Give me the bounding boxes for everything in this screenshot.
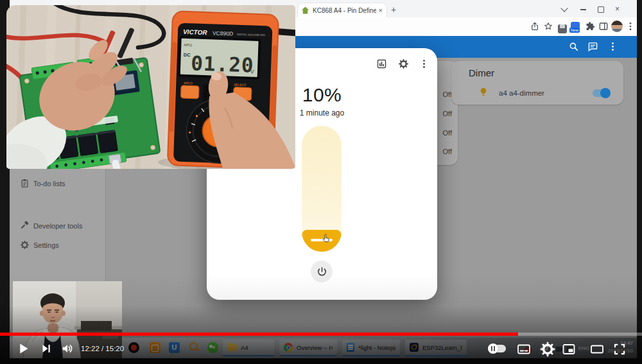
youtube-player[interactable]: KC868 A4 - Pin Define × + × New — [0, 0, 642, 364]
kebab-menu-icon — [607, 41, 618, 52]
clipboard-icon — [20, 178, 30, 188]
window-maximize-icon — [598, 5, 605, 13]
theater-button[interactable] — [589, 342, 605, 357]
time-display: 12:22 / 15:20 — [81, 345, 124, 352]
progress-bar[interactable] — [0, 333, 642, 336]
meter-button-select-label: SELECT — [234, 83, 247, 87]
dimer-card-title: Dimer — [469, 67, 494, 78]
fullscreen-button[interactable] — [611, 341, 628, 358]
new-tab-button: + — [391, 4, 396, 15]
side-panel-icon — [598, 21, 609, 31]
browser-tab: KC868 A4 - Pin Define × — [297, 3, 387, 17]
play-button[interactable] — [14, 340, 32, 358]
wechat-icon — [207, 342, 218, 353]
kebab-menu-icon — [419, 58, 429, 69]
state-off: Off — [443, 110, 452, 117]
meter-model: VC890D — [213, 30, 233, 37]
history-chart-icon — [376, 58, 387, 69]
notepad-icon — [347, 343, 354, 352]
download-extension-icon: New — [571, 22, 580, 31]
dimer-entity-label: a4 a4-dimmer — [499, 89, 544, 97]
camera-overlay: VICTOR VC890D DIGITAL MULTIMETER APO DC … — [6, 5, 295, 169]
tray-language: ENG — [578, 345, 589, 351]
gear-icon — [398, 58, 409, 69]
taskbar-window-esp32: ESP32Learn_last.Sc... — [405, 340, 467, 356]
settings-button[interactable] — [539, 341, 556, 358]
autoplay-toggle[interactable] — [488, 345, 506, 352]
window-minimize-icon — [580, 5, 588, 13]
profile-avatar — [611, 21, 623, 32]
taskbar-window-explorer: A4 — [223, 340, 274, 356]
next-button[interactable] — [39, 341, 54, 356]
browser-menu-icon — [625, 21, 636, 31]
meter-button-hold-label: HOLD — [184, 81, 193, 85]
lcd-dc-flag: DC — [184, 52, 191, 58]
sidebar-item-todo-lists: To-do lists — [10, 176, 106, 191]
pointer-cursor-icon — [321, 233, 331, 243]
meter-brand: VICTOR — [183, 28, 208, 36]
lcd-unit: V — [250, 69, 254, 75]
tab-close-icon: × — [379, 6, 383, 14]
sidebar-item-developer-tools: Developer tools — [10, 218, 106, 234]
recorder-icon — [128, 342, 139, 353]
search-app-icon — [189, 342, 200, 353]
lightbulb-icon — [478, 87, 489, 97]
power-button — [311, 261, 333, 282]
tab-title: KC868 A4 - Pin Define — [313, 7, 376, 14]
lcd-apo-flag: APO — [184, 43, 192, 47]
folder-icon — [227, 344, 237, 351]
chat-icon — [587, 41, 598, 52]
miniplayer-button[interactable] — [561, 342, 577, 357]
share-icon — [530, 21, 540, 31]
captions-button[interactable] — [516, 342, 532, 357]
progress-played — [0, 333, 518, 336]
tab-favicon-icon — [302, 7, 309, 14]
state-off: Off — [443, 129, 452, 137]
volume-button[interactable] — [60, 342, 74, 356]
window-chevron-icon — [562, 5, 569, 13]
chrome-icon — [284, 343, 293, 352]
extension-icon — [558, 22, 567, 33]
gear-icon — [20, 240, 30, 250]
orange-app-icon — [150, 342, 160, 353]
dimer-card: Dimer a4 a4-dimmer — [451, 61, 623, 105]
taskbar-window-chrome: Overview – Home ... — [279, 340, 337, 356]
window-close-icon: × — [615, 5, 623, 13]
esp32-app-icon — [410, 343, 419, 352]
toggle-knob — [600, 88, 611, 98]
autoplay-knob — [488, 343, 498, 354]
workbench-scene: VICTOR VC890D DIGITAL MULTIMETER APO DC … — [6, 5, 295, 169]
extension-new-badge: New — [569, 28, 580, 33]
puzzle-icon — [585, 21, 595, 31]
dimer-toggle — [593, 89, 609, 97]
state-off: Off — [443, 148, 452, 155]
state-off: Off — [443, 91, 452, 98]
star-icon — [543, 21, 553, 31]
taskbar-window-notepad: *light - Notepad — [342, 340, 400, 356]
u-app-icon: U — [169, 342, 180, 353]
search-icon — [568, 41, 579, 52]
hammer-icon — [20, 221, 30, 230]
sidebar-item-settings: Settings — [10, 238, 106, 253]
